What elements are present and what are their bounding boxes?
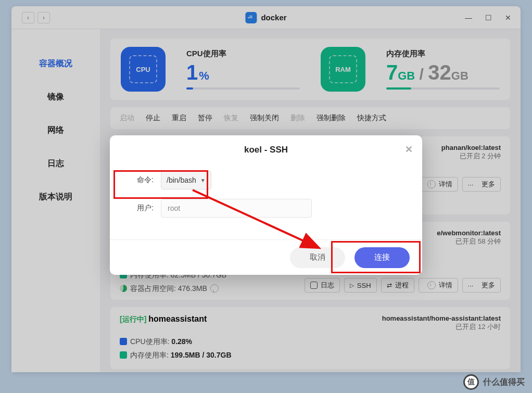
- close-icon[interactable]: ✕: [405, 144, 413, 155]
- user-input[interactable]: [161, 199, 312, 218]
- cmd-select[interactable]: /bin/bash ▼: [161, 171, 211, 189]
- connect-button[interactable]: 连接: [354, 247, 410, 268]
- user-label: 用户:: [124, 204, 154, 213]
- modal-title: koel - SSH: [244, 145, 288, 155]
- ssh-modal: koel - SSH ✕ 命令: /bin/bash ▼ 用户: 取消 连接: [110, 135, 422, 275]
- cmd-label: 命令:: [124, 175, 154, 185]
- modal-overlay: koel - SSH ✕ 命令: /bin/bash ▼ 用户: 取消 连接: [0, 0, 532, 393]
- chevron-down-icon: ▼: [200, 178, 206, 183]
- cancel-button[interactable]: 取消: [290, 247, 345, 268]
- watermark: 值 什么值得买: [463, 374, 525, 390]
